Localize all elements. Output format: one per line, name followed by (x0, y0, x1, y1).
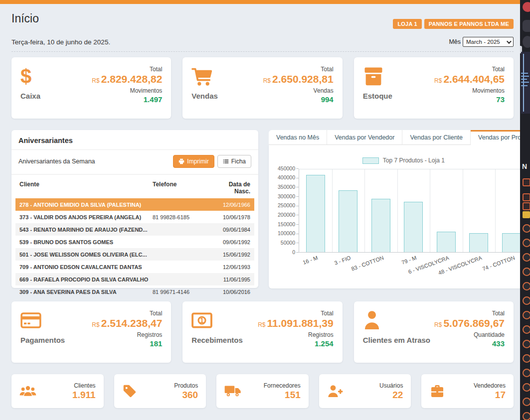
tag-icon (122, 384, 137, 399)
chart-legend[interactable]: Top 7 Produtos - Loja 1 (273, 157, 530, 164)
fornecedores-count: 151 (264, 390, 301, 401)
clientes-atraso-card[interactable]: Clientes em Atraso Total R$5.076.869,67 … (354, 301, 514, 363)
legend-swatch-icon (362, 157, 379, 164)
table-row[interactable]: 539 - BRUNO DOS SANTOS GOMES09/06/1992 (15, 236, 254, 248)
box-icon (363, 65, 392, 88)
table-row[interactable]: 543 - RENATO MARINHO DE ARAUJO (FAZEND..… (15, 223, 254, 236)
aniversariantes-panel: Aniversariantes Aniversariantes da Seman… (11, 130, 258, 288)
sales-tabs: Vendas no MêsVendas por VendedorVendas p… (269, 130, 530, 145)
store-badges: LOJA 1 PANNOS E PANNOS LTDA ME (393, 19, 514, 29)
clientes-mini-card[interactable]: Clientes 1.911 (11, 374, 104, 408)
produtos-mini-card[interactable]: Produtos 360 (114, 374, 206, 408)
estoque-count: 73 (434, 95, 505, 104)
money-bill-icon: 1 (191, 309, 243, 332)
store-badge[interactable]: LOJA 1 (393, 19, 421, 29)
panel-subtitle: Aniversariantes da Semana (18, 158, 95, 165)
strip-circle-icon (523, 239, 530, 247)
vendedores-mini-card[interactable]: Vendedores 17 (421, 374, 514, 408)
table-row[interactable]: 373 - VALDIR DOS ANJOS PEREIRA (ANGELA)8… (15, 211, 254, 223)
table-row[interactable]: 278 - ANTONIO EMIDIO DA SILVA (PALESTINA… (15, 198, 254, 211)
truck-icon (224, 385, 241, 398)
strip-circle-icon (523, 325, 530, 334)
table-row[interactable]: 309 - ANA SEVERINA PAES DA SILVA81 99671… (15, 285, 254, 298)
recebimentos-count: 1.254 (258, 339, 333, 348)
separator (11, 51, 514, 52)
chart-bar (371, 199, 390, 252)
recebimentos-total: R$11.091.881,39 (258, 317, 333, 329)
user-plus-icon (327, 384, 343, 398)
strip-blob-icon (523, 20, 530, 32)
chart-area: Top 7 Produtos - Loja 1 0500001000001500… (269, 145, 530, 288)
imprimir-button[interactable]: Imprimir (173, 155, 214, 168)
sales-chart-panel: Vendas no MêsVendas por VendedorVendas p… (269, 130, 530, 288)
vendas-count: 994 (263, 95, 334, 104)
strip-circle-icon (523, 311, 530, 319)
strip-circle-icon (523, 296, 530, 305)
caixa-count: 1.497 (92, 95, 162, 104)
chart-bar (437, 232, 456, 252)
strip-circle-icon (523, 282, 530, 290)
produtos-count: 360 (174, 390, 198, 401)
tab-vendas-por-cliente[interactable]: Vendas por Cliente (402, 130, 471, 145)
tab-vendas-por-vendedor[interactable]: Vendas por Vendedor (327, 130, 402, 145)
strip-minimap (521, 52, 530, 114)
strip-red-icon (523, 2, 530, 12)
strip-circle-icon (523, 224, 530, 233)
strip-circle-icon (523, 412, 530, 420)
estoque-card[interactable]: Estoque Total R$2.644.404,65 Movimentos … (354, 57, 514, 119)
table-header: Cliente Telefone Data de Nasc. (15, 179, 254, 198)
mini-cards-row: Clientes 1.911 Produtos 360 Fornecedores… (11, 374, 514, 408)
table-row[interactable]: 709 - ANTONIO EDSON CAVALCANTE DANTAS12/… (15, 261, 254, 273)
chart-bar (306, 175, 325, 252)
strip-circle-icon (523, 340, 530, 348)
company-badge[interactable]: PANNOS E PANNOS LTDA ME (424, 19, 514, 29)
stat-cards-row-1: $ Caixa Total R$2.829.428,82 Movimentos … (11, 57, 514, 119)
pagamentos-card[interactable]: Pagamentos Total R$2.514.238,47 Registro… (11, 301, 171, 363)
vendas-card[interactable]: Vendas Total R$2.650.928,81 Vendas 994 (182, 57, 342, 119)
stat-cards-row-2: Pagamentos Total R$2.514.238,47 Registro… (11, 301, 514, 363)
month-select[interactable]: March - 2025 (463, 37, 514, 47)
strip-circle-icon (523, 383, 530, 392)
strip-circle-icon (523, 369, 530, 377)
pagamentos-count: 181 (92, 339, 162, 348)
estoque-total: R$2.644.404,65 (434, 73, 505, 85)
chart-bar (339, 190, 357, 252)
current-date: Terça-feira, 10 de junho de 2025. (11, 38, 110, 46)
chevron-down-icon (507, 39, 512, 44)
x-axis-labels: 16 - M3 - FIO83 - COTTON79 - M6 - VISCOL… (299, 253, 529, 273)
strip-square-icon (523, 193, 530, 201)
strip-circle-icon (523, 398, 530, 406)
usuarios-mini-card[interactable]: Usuários 22 (319, 374, 411, 408)
y-axis: 0500001000001500002000002500003000003500… (273, 169, 299, 253)
vendedores-count: 17 (474, 390, 506, 401)
strip-letter: N (522, 162, 527, 170)
caixa-card[interactable]: $ Caixa Total R$2.829.428,82 Movimentos … (11, 57, 171, 119)
vendas-total: R$2.650.928,81 (263, 73, 334, 85)
list-icon (223, 158, 229, 164)
strip-yellow-icon (523, 211, 530, 218)
dollar-icon: $ (20, 65, 40, 88)
recebimentos-card[interactable]: 1 Recebimentos Total R$11.091.881,39 Reg… (182, 301, 342, 363)
table-row[interactable]: 501 - JOSE WELISSON GOMES OLIVEIRA (ELC.… (15, 248, 254, 261)
chart-bar (502, 233, 521, 252)
top-accent-bar (0, 0, 522, 4)
panel-title: Aniversariantes (11, 130, 258, 150)
dashboard-page: Início LOJA 1 PANNOS E PANNOS LTDA ME Te… (0, 4, 520, 408)
month-select-label: Mês (449, 38, 461, 45)
caixa-total: R$2.829.428,82 (92, 73, 162, 85)
fornecedores-mini-card[interactable]: Fornecedores 151 (216, 374, 309, 408)
chart-plot (299, 169, 529, 253)
chart-bar (404, 202, 423, 252)
clientes-atraso-count: 433 (434, 339, 505, 348)
svg-text:1: 1 (200, 316, 204, 324)
strip-square-icon (523, 202, 530, 210)
birthday-table: Cliente Telefone Data de Nasc. 278 - ANT… (15, 179, 254, 298)
users-group-icon (19, 385, 36, 398)
credit-card-icon (20, 309, 65, 332)
tab-vendas-no-mês[interactable]: Vendas no Mês (269, 130, 327, 145)
ficha-button[interactable]: Ficha (217, 155, 251, 168)
usuarios-count: 22 (379, 390, 403, 401)
strip-square-icon (523, 178, 530, 186)
strip-blob-icon (523, 36, 530, 48)
table-row[interactable]: 669 - RAFAELA PROCOPIO DA SILVA CARVALHO… (15, 273, 254, 285)
